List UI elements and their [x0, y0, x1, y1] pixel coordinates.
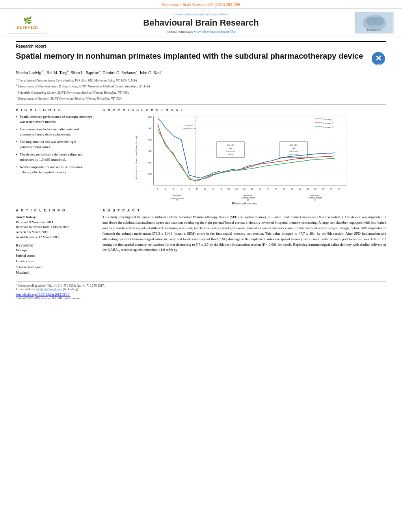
elsevier-brand-text: ELSEVIER	[17, 26, 38, 30]
svg-text:periodic: periodic	[290, 144, 298, 146]
svg-text:24: 24	[235, 188, 238, 190]
journal-ref-link[interactable]: Behavioural Brain Research 286 (2015) 29…	[162, 2, 240, 7]
svg-text:42: 42	[290, 188, 293, 190]
svg-text:44: 44	[298, 188, 301, 190]
svg-text:✕: ✕	[375, 54, 382, 63]
affiliation-c: c Scientific Computing Center, SUNY Down…	[16, 89, 386, 95]
svg-text:arachnoid: arachnoid	[226, 150, 235, 152]
svg-text:8: 8	[189, 188, 190, 190]
homepage-link[interactable]: www.elsevier.com/locate/bbr	[194, 30, 235, 33]
journal-header: 🌿 ELSEVIER Contents lists available at S…	[0, 9, 402, 37]
highlights-header: H I G H L I G H T S	[16, 108, 95, 112]
svg-text:Brain Research: Brain Research	[367, 29, 382, 31]
graph-container: Reaches into Non-Baited Ports (errors) 6…	[102, 114, 386, 201]
article-history: Article history: Received 9 November 201…	[16, 215, 95, 240]
highlight-item-5: Neither implantation nor saline or musci…	[16, 165, 95, 175]
journal-reference-bar: Behavioural Brain Research 286 (2015) 29…	[0, 0, 402, 9]
graphical-abstract-header: G R A P H I C A L A B S T R A C T	[102, 108, 386, 112]
svg-text:monkey 3: monkey 3	[323, 126, 333, 128]
doi-link[interactable]: http://dx.doi.org/10.1016/j.bbr.2015.03.…	[16, 293, 71, 297]
journal-header-center: Contents lists available at ScienceDirec…	[51, 12, 351, 33]
svg-text:2: 2	[165, 188, 166, 190]
contents-label: Contents lists available at	[173, 12, 209, 16]
article-title-text: Spatial memory in nonhuman primates impl…	[16, 51, 370, 61]
keyword-4: Subarachnoid space	[16, 264, 95, 270]
svg-text:sub-: sub-	[292, 147, 296, 149]
abstract-header: A B S T R A C T	[102, 208, 386, 212]
author5-sup: d	[161, 70, 162, 73]
svg-text:600: 600	[148, 115, 153, 119]
brain-image-container: Brain Research	[351, 12, 394, 33]
svg-text:52: 52	[322, 188, 324, 190]
science-direct-link[interactable]: ScienceDirect	[210, 12, 229, 16]
author4-name: Dimitre G. Stefanov	[102, 70, 136, 75]
svg-text:B: B	[248, 198, 249, 201]
homepage-line: journal homepage: www.elsevier.com/locat…	[51, 30, 351, 33]
author3-sup: b	[99, 70, 100, 73]
article-type: Research report	[16, 41, 386, 48]
svg-text:food-port: food-port	[173, 194, 182, 196]
svg-text:muscimol: muscimol	[289, 153, 298, 156]
main-content: Research report Spatial memory in nonhum…	[0, 37, 402, 304]
email-link[interactable]: nludvig@gmail.com	[36, 287, 62, 291]
email-suffix: (N. Ludvig).	[63, 287, 79, 291]
svg-text:monkey 1: monkey 1	[323, 118, 333, 120]
keywords-label: Keywords:	[16, 243, 95, 247]
svg-text:Implantation: Implantation	[182, 127, 196, 130]
contents-line: Contents lists available at ScienceDirec…	[51, 12, 351, 16]
available-date: Available online 12 March 2015	[16, 235, 95, 240]
svg-text:periodic: periodic	[227, 144, 234, 146]
affiliations: a Translational Neuroscience Consultatio…	[16, 77, 386, 101]
svg-text:34: 34	[267, 188, 269, 190]
revised-date: Received in revised form 1 March 2015	[16, 224, 95, 230]
svg-text:C: C	[315, 198, 316, 201]
svg-text:4: 4	[173, 188, 174, 190]
svg-text:200: 200	[148, 161, 153, 164]
svg-text:sub-: sub-	[229, 147, 233, 149]
affiliation-d: d Department of Surgery, SUNY Downstate …	[16, 95, 386, 101]
highlight-item-2: Tests were done before and after subdura…	[16, 127, 95, 137]
footnote-section: * Corresponding author. Tel.: +1 914 471…	[16, 282, 386, 291]
svg-text:A: A	[177, 198, 179, 201]
author4-sup: c	[136, 70, 138, 73]
doi-section: http://dx.doi.org/10.1016/j.bbr.2015.03.…	[16, 293, 386, 297]
history-label: Article history:	[16, 215, 95, 220]
corresponding-author-note: * Corresponding author. Tel.: +1 914 471…	[16, 284, 386, 287]
author2-sup: b	[67, 70, 69, 73]
affiliation-a: a Translational Neuroscience Consultatio…	[16, 77, 386, 83]
svg-text:CrossMark: CrossMark	[373, 63, 383, 65]
graph-svg: Reaches into Non-Baited Ports (errors) 6…	[102, 114, 386, 201]
svg-text:400: 400	[148, 138, 153, 141]
abstract-col: A B S T R A C T This study investigated …	[102, 208, 386, 276]
article-title-row: Spatial memory in nonhuman primates impl…	[16, 51, 386, 67]
svg-text:surgical: surgical	[185, 124, 193, 126]
svg-text:500: 500	[148, 127, 153, 130]
svg-text:48: 48	[306, 188, 309, 190]
crossmark-container[interactable]: ✕ CrossMark	[370, 51, 386, 67]
article-info-col: A R T I C L E I N F O Article history: R…	[16, 208, 95, 276]
svg-text:arachnoid: arachnoid	[289, 150, 298, 152]
email-line: E-mail address: nludvig@gmail.com (N. Lu…	[16, 287, 386, 291]
svg-text:20: 20	[227, 188, 230, 190]
svg-text:50: 50	[314, 188, 316, 190]
svg-text:300: 300	[148, 150, 153, 153]
svg-text:56: 56	[330, 188, 332, 190]
highlight-item-3: The implantation site was over the right…	[16, 139, 95, 150]
crossmark-icon: ✕ CrossMark	[371, 52, 385, 66]
highlights-list: Spatial memory performance of macaque mo…	[16, 114, 95, 175]
author1-sup: a,*	[41, 70, 44, 73]
x-axis-label: Behavioral sessions	[102, 202, 386, 205]
svg-text:16: 16	[212, 188, 214, 190]
highlight-item-1: Spatial memory performance of macaque mo…	[16, 114, 95, 125]
elsevier-logo-container: 🌿 ELSEVIER	[8, 12, 51, 33]
svg-text:saline: saline	[228, 153, 233, 156]
svg-text:6: 6	[181, 188, 182, 190]
email-label: E-mail address:	[16, 287, 35, 291]
accepted-date: Accepted 6 March 2015	[16, 230, 95, 235]
highlights-graphical-section: H I G H L I G H T S Spatial memory perfo…	[16, 108, 386, 201]
author3-name: Shirn L. Baptiste	[71, 70, 99, 75]
svg-text:0: 0	[151, 184, 153, 187]
keyword-1: Macaque	[16, 247, 95, 253]
elsevier-logo: 🌿 ELSEVIER	[8, 12, 47, 33]
keyword-2: Parietal cortex	[16, 253, 95, 258]
